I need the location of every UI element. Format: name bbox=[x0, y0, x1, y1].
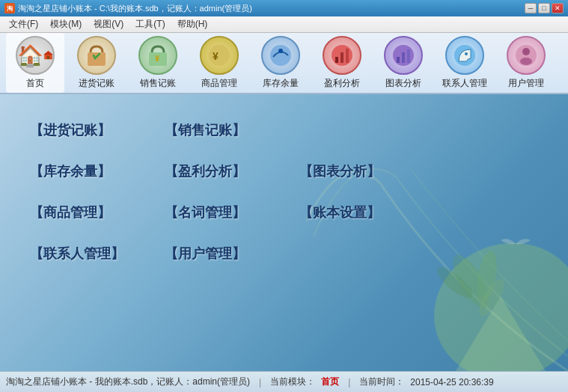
toolbar-item-contact[interactable]: 联系人管理 bbox=[436, 33, 494, 93]
svg-rect-15 bbox=[397, 57, 400, 63]
menu-view[interactable]: 视图(V) bbox=[88, 16, 129, 32]
toolbar-item-home[interactable]: 首页 bbox=[6, 33, 64, 93]
nav-settings[interactable]: 【账本设置】 bbox=[292, 192, 427, 233]
svg-rect-13 bbox=[346, 49, 349, 63]
status-module-label: 当前模块： bbox=[270, 376, 315, 388]
toolbar-label-sales: 销售记账 bbox=[140, 77, 176, 90]
sales-icon: ¥ bbox=[138, 36, 177, 75]
nav-purchase[interactable]: 【进货记账】 bbox=[22, 109, 157, 150]
user-icon bbox=[507, 36, 546, 75]
svg-point-22 bbox=[520, 58, 532, 65]
maximize-button[interactable]: □ bbox=[538, 3, 550, 13]
nav-contact[interactable]: 【联系人管理】 bbox=[22, 233, 157, 274]
statusbar: 淘淘之星店铺小账本 - 我的账本.sdb，记账人：admin(管理员) | 当前… bbox=[0, 371, 568, 392]
toolbar-label-user: 用户管理 bbox=[508, 77, 544, 90]
status-module-value: 首页 bbox=[321, 376, 339, 388]
titlebar-title: 淘淘之星店铺小账本 - C:\我的账本.sdb，记账人：admin(管理员) bbox=[18, 3, 525, 14]
svg-rect-3 bbox=[88, 52, 106, 66]
app-icon: 淘 bbox=[4, 3, 15, 13]
svg-rect-17 bbox=[407, 49, 410, 63]
svg-text:¥: ¥ bbox=[213, 50, 219, 62]
menu-module[interactable]: 模块(M) bbox=[44, 16, 88, 32]
status-divider-1: | bbox=[259, 377, 261, 388]
toolbar-label-purchase: 进货记账 bbox=[79, 77, 114, 90]
svg-text:¥: ¥ bbox=[155, 54, 160, 63]
toolbar-label-contact: 联系人管理 bbox=[442, 77, 487, 90]
nav-inventory[interactable]: 【库存余量】 bbox=[22, 150, 157, 192]
nav-chart[interactable]: 【图表分析】 bbox=[292, 150, 427, 192]
contact-icon bbox=[445, 36, 484, 75]
toolbar-label-goods: 商品管理 bbox=[201, 77, 237, 90]
svg-point-21 bbox=[522, 48, 530, 55]
window-controls: ─ □ ✕ bbox=[525, 3, 564, 13]
toolbar-item-profit[interactable]: 盈利分析 bbox=[313, 33, 371, 93]
main-content: 【进货记账】 【销售记账】 【库存余量】 【盈利分析】 【图表分析】 【商品管理… bbox=[0, 94, 568, 371]
inventory-icon bbox=[261, 36, 300, 75]
toolbar-label-profit: 盈利分析 bbox=[324, 77, 360, 90]
nav-empty-2 bbox=[292, 233, 427, 274]
svg-rect-11 bbox=[335, 57, 338, 63]
chart-icon bbox=[384, 36, 423, 75]
nav-user[interactable]: 【用户管理】 bbox=[157, 233, 292, 274]
profit-icon bbox=[323, 36, 361, 75]
nav-noun[interactable]: 【名词管理】 bbox=[157, 192, 292, 233]
titlebar: 淘 淘淘之星店铺小账本 - C:\我的账本.sdb，记账人：admin(管理员)… bbox=[0, 0, 568, 16]
menu-file[interactable]: 文件(F) bbox=[3, 16, 44, 32]
toolbar-item-inventory[interactable]: 库存余量 bbox=[251, 33, 310, 93]
purchase-icon bbox=[77, 36, 116, 75]
nav-goods[interactable]: 【商品管理】 bbox=[22, 192, 157, 233]
toolbar-item-user[interactable]: 用户管理 bbox=[497, 33, 555, 93]
close-button[interactable]: ✕ bbox=[552, 3, 564, 13]
status-left: 淘淘之星店铺小账本 - 我的账本.sdb，记账人：admin(管理员) bbox=[6, 376, 250, 388]
toolbar-item-chart[interactable]: 图表分析 bbox=[374, 33, 433, 93]
goods-icon: ¥ bbox=[200, 36, 239, 75]
svg-rect-12 bbox=[341, 52, 343, 63]
menu-tools[interactable]: 工具(T) bbox=[129, 16, 171, 32]
menubar: 文件(F) 模块(M) 视图(V) 工具(T) 帮助(H) bbox=[0, 16, 568, 33]
svg-point-19 bbox=[465, 52, 468, 55]
toolbar-item-goods[interactable]: ¥ 商品管理 bbox=[190, 33, 248, 93]
svg-rect-16 bbox=[402, 52, 405, 63]
svg-marker-2 bbox=[44, 51, 53, 55]
nav-sales[interactable]: 【销售记账】 bbox=[157, 109, 292, 150]
toolbar-label-home: 首页 bbox=[26, 77, 44, 90]
nav-grid: 【进货记账】 【销售记账】 【库存余量】 【盈利分析】 【图表分析】 【商品管理… bbox=[22, 109, 546, 274]
toolbar: 首页 进货记账 ¥ 销售记账 ¥ 商品 bbox=[0, 33, 568, 94]
status-divider-2: | bbox=[348, 377, 350, 388]
status-time-value: 2015-04-25 20:36:39 bbox=[410, 377, 493, 388]
toolbar-label-inventory: 库存余量 bbox=[263, 77, 299, 90]
toolbar-item-sales[interactable]: ¥ 销售记账 bbox=[129, 33, 187, 93]
home-icon bbox=[16, 36, 55, 75]
svg-point-9 bbox=[278, 49, 283, 53]
nav-empty-1 bbox=[292, 109, 427, 150]
nav-profit[interactable]: 【盈利分析】 bbox=[157, 150, 292, 192]
svg-rect-1 bbox=[47, 56, 50, 59]
status-time-label: 当前时间： bbox=[359, 376, 404, 388]
toolbar-label-chart: 图表分析 bbox=[385, 77, 421, 90]
toolbar-item-purchase[interactable]: 进货记账 bbox=[67, 33, 126, 93]
menu-help[interactable]: 帮助(H) bbox=[171, 16, 214, 32]
minimize-button[interactable]: ─ bbox=[525, 3, 537, 13]
